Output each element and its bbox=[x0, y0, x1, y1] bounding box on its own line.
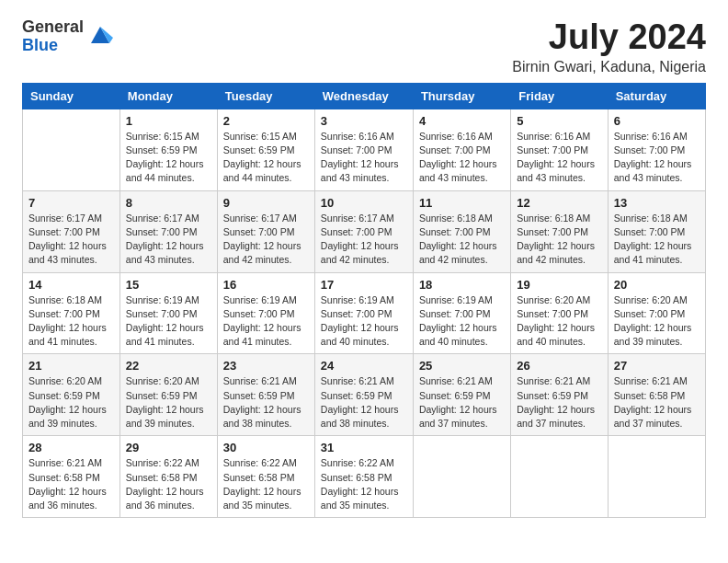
day-info: Sunrise: 6:20 AMSunset: 7:00 PMDaylight:… bbox=[517, 293, 601, 350]
day-number: 21 bbox=[28, 359, 114, 373]
calendar-cell: 8Sunrise: 6:17 AMSunset: 7:00 PMDaylight… bbox=[119, 190, 217, 272]
day-number: 5 bbox=[517, 114, 601, 128]
day-info: Sunrise: 6:18 AMSunset: 7:00 PMDaylight:… bbox=[419, 212, 505, 268]
calendar-cell: 3Sunrise: 6:16 AMSunset: 7:00 PMDaylight… bbox=[314, 109, 413, 190]
day-number: 27 bbox=[614, 359, 700, 373]
calendar-cell: 1Sunrise: 6:15 AMSunset: 6:59 PMDaylight… bbox=[119, 109, 217, 190]
calendar-header-row: SundayMondayTuesdayWednesdayThursdayFrid… bbox=[23, 83, 706, 109]
day-info: Sunrise: 6:20 AMSunset: 6:59 PMDaylight:… bbox=[28, 374, 114, 431]
day-number: 14 bbox=[28, 278, 114, 292]
title-block: July 2024 Birnin Gwari, Kaduna, Nigeria bbox=[512, 18, 706, 75]
calendar-cell: 28Sunrise: 6:21 AMSunset: 6:58 PMDayligh… bbox=[23, 436, 120, 518]
page-header: General Blue July 2024 Birnin Gwari, Kad… bbox=[22, 18, 706, 75]
day-number: 7 bbox=[28, 196, 114, 210]
day-number: 20 bbox=[614, 278, 700, 292]
calendar-week-4: 21Sunrise: 6:20 AMSunset: 6:59 PMDayligh… bbox=[23, 354, 706, 436]
header-friday: Friday bbox=[511, 83, 608, 109]
calendar-cell bbox=[23, 109, 120, 190]
day-info: Sunrise: 6:21 AMSunset: 6:59 PMDaylight:… bbox=[321, 374, 407, 431]
calendar-cell: 4Sunrise: 6:16 AMSunset: 7:00 PMDaylight… bbox=[413, 109, 510, 190]
logo: General Blue bbox=[22, 18, 113, 55]
calendar-cell bbox=[413, 436, 510, 518]
day-number: 10 bbox=[321, 196, 407, 210]
calendar-cell: 21Sunrise: 6:20 AMSunset: 6:59 PMDayligh… bbox=[23, 354, 120, 436]
day-info: Sunrise: 6:19 AMSunset: 7:00 PMDaylight:… bbox=[126, 293, 211, 350]
day-number: 11 bbox=[419, 196, 505, 210]
day-info: Sunrise: 6:21 AMSunset: 6:59 PMDaylight:… bbox=[223, 374, 309, 431]
location: Birnin Gwari, Kaduna, Nigeria bbox=[512, 59, 706, 75]
calendar-week-5: 28Sunrise: 6:21 AMSunset: 6:58 PMDayligh… bbox=[23, 436, 706, 518]
calendar-cell: 18Sunrise: 6:19 AMSunset: 7:00 PMDayligh… bbox=[413, 272, 510, 354]
day-number: 6 bbox=[614, 114, 700, 128]
day-info: Sunrise: 6:21 AMSunset: 6:59 PMDaylight:… bbox=[517, 374, 601, 431]
logo-general: General bbox=[22, 18, 84, 37]
day-number: 18 bbox=[419, 278, 505, 292]
day-info: Sunrise: 6:19 AMSunset: 7:00 PMDaylight:… bbox=[223, 293, 309, 350]
day-number: 29 bbox=[126, 441, 211, 454]
day-number: 24 bbox=[321, 359, 407, 373]
day-number: 30 bbox=[223, 441, 309, 454]
day-info: Sunrise: 6:20 AMSunset: 6:59 PMDaylight:… bbox=[126, 374, 211, 431]
day-info: Sunrise: 6:18 AMSunset: 7:00 PMDaylight:… bbox=[517, 212, 601, 268]
calendar-cell: 26Sunrise: 6:21 AMSunset: 6:59 PMDayligh… bbox=[511, 354, 608, 436]
calendar-cell: 12Sunrise: 6:18 AMSunset: 7:00 PMDayligh… bbox=[511, 190, 608, 272]
day-info: Sunrise: 6:15 AMSunset: 6:59 PMDaylight:… bbox=[223, 130, 309, 186]
day-info: Sunrise: 6:21 AMSunset: 6:58 PMDaylight:… bbox=[28, 456, 114, 512]
day-info: Sunrise: 6:18 AMSunset: 7:00 PMDaylight:… bbox=[614, 212, 700, 268]
day-number: 12 bbox=[517, 196, 601, 210]
day-info: Sunrise: 6:18 AMSunset: 7:00 PMDaylight:… bbox=[28, 293, 114, 350]
day-number: 16 bbox=[223, 278, 309, 292]
calendar-cell: 27Sunrise: 6:21 AMSunset: 6:58 PMDayligh… bbox=[608, 354, 705, 436]
day-number: 8 bbox=[126, 196, 211, 210]
day-info: Sunrise: 6:20 AMSunset: 7:00 PMDaylight:… bbox=[614, 293, 700, 350]
day-number: 3 bbox=[321, 114, 407, 128]
header-sunday: Sunday bbox=[23, 83, 120, 109]
header-saturday: Saturday bbox=[608, 83, 705, 109]
day-number: 15 bbox=[126, 278, 211, 292]
logo-icon bbox=[87, 23, 113, 52]
day-info: Sunrise: 6:17 AMSunset: 7:00 PMDaylight:… bbox=[126, 212, 211, 268]
day-info: Sunrise: 6:22 AMSunset: 6:58 PMDaylight:… bbox=[223, 456, 309, 512]
logo-blue: Blue bbox=[22, 37, 84, 55]
calendar-cell: 30Sunrise: 6:22 AMSunset: 6:58 PMDayligh… bbox=[217, 436, 314, 518]
day-number: 1 bbox=[126, 114, 211, 128]
calendar-cell: 31Sunrise: 6:22 AMSunset: 6:58 PMDayligh… bbox=[314, 436, 413, 518]
calendar-cell: 23Sunrise: 6:21 AMSunset: 6:59 PMDayligh… bbox=[217, 354, 314, 436]
calendar-cell: 10Sunrise: 6:17 AMSunset: 7:00 PMDayligh… bbox=[314, 190, 413, 272]
day-number: 22 bbox=[126, 359, 211, 373]
day-info: Sunrise: 6:22 AMSunset: 6:58 PMDaylight:… bbox=[321, 456, 407, 512]
calendar-cell bbox=[608, 436, 705, 518]
calendar-cell: 17Sunrise: 6:19 AMSunset: 7:00 PMDayligh… bbox=[314, 272, 413, 354]
day-info: Sunrise: 6:16 AMSunset: 7:00 PMDaylight:… bbox=[419, 130, 505, 186]
day-info: Sunrise: 6:15 AMSunset: 6:59 PMDaylight:… bbox=[126, 130, 211, 186]
day-number: 17 bbox=[321, 278, 407, 292]
day-info: Sunrise: 6:16 AMSunset: 7:00 PMDaylight:… bbox=[321, 130, 407, 186]
calendar-cell bbox=[511, 436, 608, 518]
day-number: 28 bbox=[28, 441, 114, 454]
day-number: 26 bbox=[517, 359, 601, 373]
calendar-cell: 16Sunrise: 6:19 AMSunset: 7:00 PMDayligh… bbox=[217, 272, 314, 354]
day-info: Sunrise: 6:21 AMSunset: 6:59 PMDaylight:… bbox=[419, 374, 505, 431]
header-thursday: Thursday bbox=[413, 83, 510, 109]
calendar-week-1: 1Sunrise: 6:15 AMSunset: 6:59 PMDaylight… bbox=[23, 109, 706, 190]
day-info: Sunrise: 6:19 AMSunset: 7:00 PMDaylight:… bbox=[419, 293, 505, 350]
header-wednesday: Wednesday bbox=[314, 83, 413, 109]
day-number: 13 bbox=[614, 196, 700, 210]
day-info: Sunrise: 6:17 AMSunset: 7:00 PMDaylight:… bbox=[223, 212, 309, 268]
calendar-cell: 24Sunrise: 6:21 AMSunset: 6:59 PMDayligh… bbox=[314, 354, 413, 436]
calendar-cell: 9Sunrise: 6:17 AMSunset: 7:00 PMDaylight… bbox=[217, 190, 314, 272]
day-number: 2 bbox=[223, 114, 309, 128]
calendar-cell: 11Sunrise: 6:18 AMSunset: 7:00 PMDayligh… bbox=[413, 190, 510, 272]
day-number: 19 bbox=[517, 278, 601, 292]
calendar-cell: 19Sunrise: 6:20 AMSunset: 7:00 PMDayligh… bbox=[511, 272, 608, 354]
calendar-cell: 15Sunrise: 6:19 AMSunset: 7:00 PMDayligh… bbox=[119, 272, 217, 354]
calendar-cell: 13Sunrise: 6:18 AMSunset: 7:00 PMDayligh… bbox=[608, 190, 705, 272]
calendar-cell: 25Sunrise: 6:21 AMSunset: 6:59 PMDayligh… bbox=[413, 354, 510, 436]
day-info: Sunrise: 6:22 AMSunset: 6:58 PMDaylight:… bbox=[126, 456, 211, 512]
calendar-cell: 22Sunrise: 6:20 AMSunset: 6:59 PMDayligh… bbox=[119, 354, 217, 436]
calendar-week-3: 14Sunrise: 6:18 AMSunset: 7:00 PMDayligh… bbox=[23, 272, 706, 354]
header-monday: Monday bbox=[119, 83, 217, 109]
day-number: 9 bbox=[223, 196, 309, 210]
calendar-cell: 29Sunrise: 6:22 AMSunset: 6:58 PMDayligh… bbox=[119, 436, 217, 518]
day-info: Sunrise: 6:19 AMSunset: 7:00 PMDaylight:… bbox=[321, 293, 407, 350]
